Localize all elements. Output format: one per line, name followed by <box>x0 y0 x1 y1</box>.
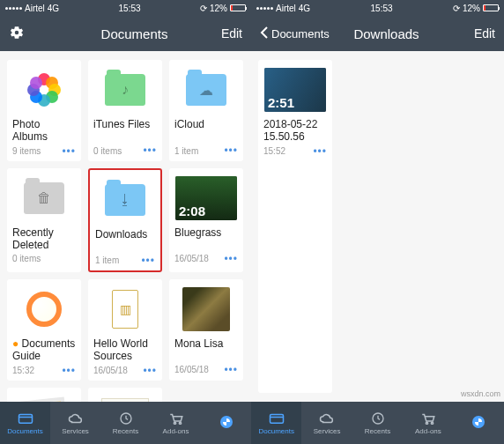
tile-meta: 1 item <box>95 255 119 265</box>
battery-icon <box>230 4 246 11</box>
zip-icon: ▥ <box>112 290 138 329</box>
refresh-icon: ⟳ <box>200 4 207 13</box>
status-time: 15:53 <box>371 4 393 13</box>
battery-pct: 12% <box>210 4 227 13</box>
folder-downloads[interactable]: ⭳ Downloads 1 item••• <box>88 168 162 272</box>
file-video-download[interactable]: 2:51 2018-05-22 15.50.56 15:52••• <box>258 60 332 393</box>
tab-addons[interactable]: Add-ons <box>403 402 453 444</box>
cloud-icon <box>318 411 336 426</box>
file-bluegrass[interactable]: 2:08 Bluegrass 16/05/18••• <box>169 168 243 272</box>
file-picture[interactable]: Picture <box>7 388 81 402</box>
more-icon[interactable]: ••• <box>62 145 76 158</box>
svg-rect-4 <box>270 414 283 423</box>
folder-icon: ⭳ <box>105 184 145 216</box>
tab-documents[interactable]: Documents <box>251 402 301 444</box>
battery-icon <box>483 4 499 11</box>
documents-grid[interactable]: Photo Albums 9 items••• ♪ iTunes Files 0… <box>0 51 251 402</box>
svg-rect-0 <box>19 414 32 423</box>
folder-icon: ☁ <box>186 74 226 106</box>
tile-title: Bluegrass <box>174 226 238 251</box>
file-mona-lisa[interactable]: Mona Lisa 16/05/18••• <box>169 279 243 381</box>
tile-title: iCloud <box>174 118 238 143</box>
svg-point-6 <box>426 422 427 424</box>
downloads-grid[interactable]: 2:51 2018-05-22 15.50.56 15:52••• <box>251 51 504 402</box>
file-documents-guide[interactable]: ● Documents Guide 15:32••• <box>7 279 81 381</box>
tile-title: Photo Albums <box>12 118 76 144</box>
tile-meta: 0 items <box>93 146 122 156</box>
battery-pct: 12% <box>463 4 480 13</box>
documents-icon <box>17 411 34 426</box>
refresh-icon: ⟳ <box>453 4 460 13</box>
folder-icon: 🗑 <box>24 182 64 214</box>
video-thumb: 2:08 <box>175 176 237 220</box>
edit-button[interactable]: Edit <box>207 26 242 41</box>
tab-recents[interactable]: Recents <box>100 402 151 444</box>
more-icon[interactable]: ••• <box>224 253 238 265</box>
network-label: 4G <box>299 4 310 13</box>
page-title: Documents <box>101 26 168 41</box>
cart-icon <box>167 411 185 426</box>
tab-browser[interactable] <box>454 402 504 444</box>
tab-services[interactable]: Services <box>50 402 100 444</box>
status-bar: Airtel 4G 15:53 ⟳ 12% <box>0 0 251 16</box>
page-title: Downloads <box>353 26 419 41</box>
tile-meta: 16/05/18 <box>174 365 209 374</box>
nav-bar: Documents Edit <box>0 16 251 51</box>
svg-point-7 <box>431 422 433 424</box>
phone-right: Airtel 4G 15:53 ⟳ 12% Documents Download… <box>251 0 504 444</box>
file-quotes[interactable]: Mark Twain QuotesA lie can travel half w… <box>88 388 162 402</box>
tile-title: Recently Deleted <box>12 226 76 252</box>
folder-icon: ♪ <box>105 74 145 106</box>
tile-meta: 15:52 <box>263 146 285 156</box>
svg-point-2 <box>174 422 175 424</box>
tile-title: Downloads <box>95 228 155 253</box>
more-icon[interactable]: ••• <box>224 144 238 157</box>
more-icon[interactable]: ••• <box>141 255 155 267</box>
tile-title: iTunes Files <box>93 118 157 143</box>
tab-services[interactable]: Services <box>301 402 352 444</box>
folder-photo-albums[interactable]: Photo Albums 9 items••• <box>7 60 81 161</box>
tab-bar: Documents Services Recents Add-ons <box>251 402 504 444</box>
tab-documents[interactable]: Documents <box>0 402 50 444</box>
svg-point-3 <box>179 422 181 424</box>
more-icon[interactable]: ••• <box>313 145 327 158</box>
photos-icon <box>26 72 62 107</box>
more-icon[interactable]: ••• <box>143 144 157 157</box>
folder-recently-deleted[interactable]: 🗑 Recently Deleted 0 items <box>7 168 81 272</box>
tile-title: Mona Lisa <box>174 337 238 362</box>
compass-icon <box>472 416 485 428</box>
signal-icon <box>5 7 22 10</box>
folder-itunes-files[interactable]: ♪ iTunes Files 0 items••• <box>88 60 162 161</box>
back-button[interactable]: Documents <box>260 26 313 41</box>
phone-left: Airtel 4G 15:53 ⟳ 12% Documents Edit <box>0 0 251 444</box>
tile-title: ● Documents Guide <box>12 337 76 363</box>
tile-meta: 16/05/18 <box>174 254 209 263</box>
compass-icon <box>220 416 233 428</box>
chevron-left-icon <box>260 26 269 41</box>
tile-title: Hello World Sources <box>93 337 157 363</box>
folder-icloud[interactable]: ☁ iCloud 1 item••• <box>169 60 243 161</box>
watermark: wsxdn.com <box>461 389 500 398</box>
more-icon[interactable]: ••• <box>62 365 76 377</box>
carrier-label: Airtel <box>25 4 45 13</box>
tile-meta: 15:32 <box>12 366 34 375</box>
clock-icon <box>369 411 387 426</box>
tab-recents[interactable]: Recents <box>352 402 403 444</box>
tile-title: 2018-05-22 15.50.56 <box>263 118 327 144</box>
network-label: 4G <box>48 4 59 13</box>
cart-icon <box>419 411 437 426</box>
lifebuoy-icon <box>26 292 62 327</box>
file-hello-world-sources[interactable]: ▥ Hello World Sources 16/05/18••• <box>88 279 162 381</box>
tile-meta: 0 items <box>12 254 41 263</box>
edit-button[interactable]: Edit <box>460 26 495 41</box>
tab-addons[interactable]: Add-ons <box>151 402 201 444</box>
documents-icon <box>268 411 285 426</box>
tab-browser[interactable] <box>201 402 251 444</box>
tile-meta: 1 item <box>174 146 198 156</box>
image-thumb <box>182 287 230 331</box>
tab-bar: Documents Services Recents Add-ons <box>0 402 251 444</box>
cloud-icon <box>67 411 85 426</box>
more-icon[interactable]: ••• <box>143 365 157 377</box>
settings-icon[interactable] <box>9 25 25 43</box>
more-icon[interactable]: ••• <box>224 364 238 376</box>
